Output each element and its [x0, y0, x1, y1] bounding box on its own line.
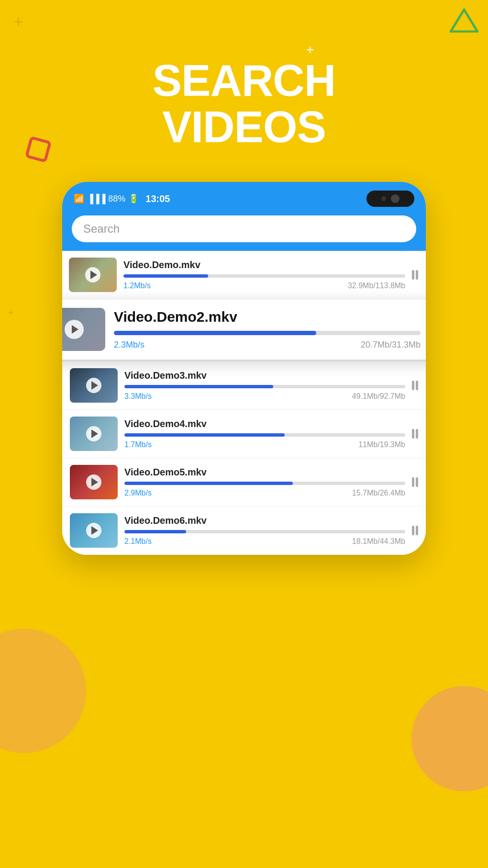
phone-frame: 📶 ▐▐▐ 88% 🔋 13:05 Search: [62, 182, 426, 555]
search-bar-area: Search: [62, 209, 426, 251]
video-size: 18.1Mb/44.3Mb: [352, 537, 405, 546]
deco-circle-bottomright: [411, 686, 488, 791]
deco-plus-middle: +: [8, 306, 14, 319]
video-speed: 1.7Mb/s: [124, 440, 152, 449]
video-name: Video.Demo6.mkv: [124, 515, 405, 526]
list-item[interactable]: Video.Demo.mkv 1.2Mb/s 32.9Mb/113.8Mb: [62, 251, 426, 299]
video-stats: 1.7Mb/s 11Mb/19.3Mb: [124, 440, 405, 449]
progress-bar: [124, 385, 405, 388]
status-time: 13:05: [145, 193, 170, 204]
progress-fill: [124, 482, 293, 485]
progress-fill: [124, 433, 285, 437]
signal-icon: ▐▐▐: [87, 194, 105, 204]
progress-bar: [124, 482, 405, 485]
video-speed: 2.1Mb/s: [124, 537, 152, 546]
video-info: Video.Demo.mkv 1.2Mb/s 32.9Mb/113.8Mb: [123, 259, 405, 290]
play-button[interactable]: [86, 474, 101, 490]
video-name: Video.Demo4.mkv: [124, 418, 405, 429]
video-speed: 1.2Mb/s: [123, 282, 151, 290]
deco-plus-topleft: +: [13, 13, 23, 31]
deco-circle-bottomleft: [0, 629, 86, 753]
video-info: Video.Demo4.mkv 1.7Mb/s 11Mb/19.3Mb: [124, 418, 405, 449]
progress-bar: [124, 433, 405, 437]
play-button[interactable]: [65, 320, 84, 339]
expanded-item-container: Video.Demo2.mkv 2.3Mb/s 20.7Mb/31.3Mb: [62, 299, 426, 361]
video-thumbnail: [70, 465, 118, 499]
svg-marker-0: [451, 10, 477, 32]
play-button[interactable]: [86, 426, 101, 441]
status-bar: 📶 ▐▐▐ 88% 🔋 13:05: [62, 182, 426, 209]
list-item[interactable]: Video.Demo4.mkv 1.7Mb/s 11Mb/19.3Mb: [62, 410, 426, 458]
video-size: 49.1Mb/92.7Mb: [352, 392, 405, 401]
play-button[interactable]: [86, 523, 101, 538]
progress-bar: [123, 274, 405, 278]
camera-pill: [366, 191, 414, 207]
video-info: Video.Demo6.mkv 2.1Mb/s 18.1Mb/44.3Mb: [124, 515, 405, 546]
wifi-icon: 📶: [74, 193, 84, 204]
video-name: Video.Demo3.mkv: [124, 370, 405, 381]
video-speed: 2.3Mb/s: [114, 340, 144, 350]
video-info: Video.Demo3.mkv 3.3Mb/s 49.1Mb/92.7Mb: [124, 370, 405, 401]
play-button[interactable]: [86, 378, 101, 393]
pause-button[interactable]: [412, 270, 418, 280]
video-size: 11Mb/19.3Mb: [358, 440, 405, 449]
video-stats: 2.9Mb/s 15.7Mb/26.4Mb: [124, 489, 405, 497]
video-speed: 2.9Mb/s: [124, 489, 152, 497]
progress-fill: [114, 331, 316, 335]
expanded-video-item[interactable]: Video.Demo2.mkv 2.3Mb/s 20.7Mb/31.3Mb: [62, 299, 426, 360]
video-stats: 2.1Mb/s 18.1Mb/44.3Mb: [124, 537, 405, 546]
page-title: SEARCH VIDEOS: [0, 57, 488, 150]
pause-button[interactable]: [412, 477, 418, 487]
video-name: Video.Demo2.mkv: [114, 309, 421, 325]
progress-fill: [124, 385, 273, 388]
status-right: [366, 191, 414, 207]
search-input[interactable]: Search: [72, 215, 416, 242]
video-stats: 1.2Mb/s 32.9Mb/113.8Mb: [123, 282, 405, 290]
pause-button[interactable]: [412, 429, 418, 439]
video-speed: 3.3Mb/s: [124, 392, 152, 401]
video-info: Video.Demo5.mkv 2.9Mb/s 15.7Mb/26.4Mb: [124, 467, 405, 497]
list-item[interactable]: Video.Demo6.mkv 2.1Mb/s 18.1Mb/44.3Mb: [62, 507, 426, 555]
video-thumbnail: [70, 513, 118, 548]
video-size: 20.7Mb/31.3Mb: [361, 340, 421, 350]
video-size: 32.9Mb/113.8Mb: [348, 282, 405, 290]
video-name: Video.Demo.mkv: [123, 259, 405, 271]
play-button[interactable]: [85, 267, 100, 282]
video-thumbnail: [62, 308, 105, 351]
battery-percent: 88%: [108, 194, 125, 204]
phone-mockup: 📶 ▐▐▐ 88% 🔋 13:05 Search: [62, 182, 426, 555]
video-name: Video.Demo5.mkv: [124, 467, 405, 478]
video-thumbnail: [69, 258, 117, 292]
video-size: 15.7Mb/26.4Mb: [352, 489, 405, 497]
progress-bar: [124, 530, 405, 533]
battery-icon: 🔋: [128, 193, 139, 204]
pause-button[interactable]: [412, 526, 418, 535]
video-thumbnail: [70, 417, 118, 451]
status-left: 📶 ▐▐▐ 88% 🔋 13:05: [74, 193, 170, 204]
search-placeholder: Search: [83, 222, 120, 236]
list-item[interactable]: Video.Demo3.mkv 3.3Mb/s 49.1Mb/92.7Mb: [62, 361, 426, 410]
camera-dot: [391, 194, 399, 203]
video-thumbnail: [70, 368, 118, 403]
list-item[interactable]: Video.Demo5.mkv 2.9Mb/s 15.7Mb/26.4Mb: [62, 458, 426, 507]
deco-triangle-icon: [450, 8, 478, 34]
progress-bar: [114, 331, 421, 335]
video-list: Video.Demo.mkv 1.2Mb/s 32.9Mb/113.8Mb: [62, 251, 426, 555]
video-stats: 3.3Mb/s 49.1Mb/92.7Mb: [124, 392, 405, 401]
pause-button[interactable]: [412, 381, 418, 390]
video-info: Video.Demo2.mkv 2.3Mb/s 20.7Mb/31.3Mb: [114, 309, 421, 350]
progress-fill: [123, 274, 208, 278]
video-stats: 2.3Mb/s 20.7Mb/31.3Mb: [114, 340, 421, 350]
deco-plus-top: +: [306, 42, 314, 57]
progress-fill: [124, 530, 186, 533]
